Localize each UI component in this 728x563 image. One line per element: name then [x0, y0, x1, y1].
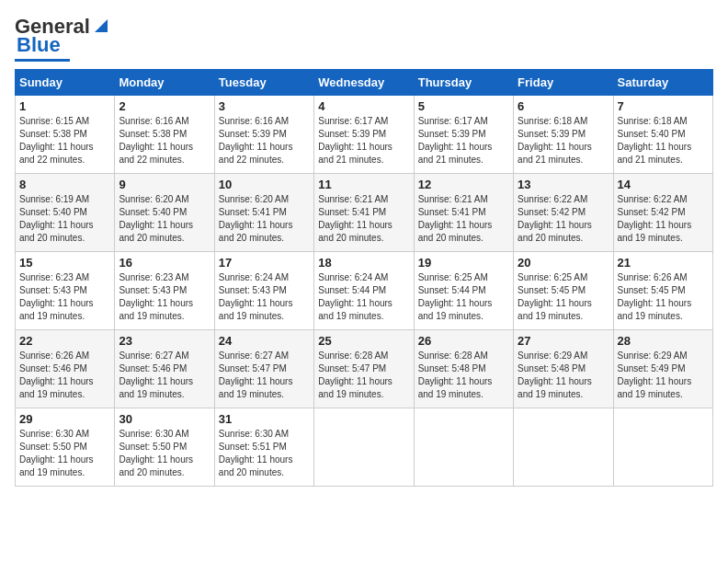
day-info: Sunrise: 6:16 AMSunset: 5:38 PMDaylight:… — [119, 115, 210, 167]
day-info: Sunrise: 6:17 AMSunset: 5:39 PMDaylight:… — [418, 115, 509, 167]
day-info: Sunrise: 6:16 AMSunset: 5:39 PMDaylight:… — [219, 115, 310, 167]
day-info: Sunrise: 6:22 AMSunset: 5:42 PMDaylight:… — [518, 193, 609, 245]
day-number: 28 — [618, 334, 709, 348]
day-cell — [314, 408, 414, 487]
day-info: Sunrise: 6:30 AMSunset: 5:50 PMDaylight:… — [19, 428, 110, 479]
day-cell — [414, 408, 513, 487]
week-row-2: 8Sunrise: 6:19 AMSunset: 5:40 PMDaylight… — [16, 174, 713, 252]
day-cell: 7Sunrise: 6:18 AMSunset: 5:40 PMDaylight… — [613, 96, 712, 174]
day-cell: 13Sunrise: 6:22 AMSunset: 5:42 PMDayligh… — [514, 174, 613, 252]
day-number: 29 — [19, 412, 110, 426]
day-number: 25 — [318, 334, 409, 348]
day-cell: 19Sunrise: 6:25 AMSunset: 5:44 PMDayligh… — [414, 252, 513, 330]
day-cell: 22Sunrise: 6:26 AMSunset: 5:46 PMDayligh… — [16, 330, 115, 408]
day-info: Sunrise: 6:24 AMSunset: 5:44 PMDaylight:… — [318, 271, 409, 323]
day-number: 30 — [119, 412, 210, 426]
day-info: Sunrise: 6:25 AMSunset: 5:45 PMDaylight:… — [518, 271, 609, 323]
day-cell: 6Sunrise: 6:18 AMSunset: 5:39 PMDaylight… — [514, 96, 613, 174]
day-info: Sunrise: 6:18 AMSunset: 5:40 PMDaylight:… — [618, 115, 709, 167]
day-info: Sunrise: 6:27 AMSunset: 5:47 PMDaylight:… — [219, 350, 310, 401]
day-cell: 5Sunrise: 6:17 AMSunset: 5:39 PMDaylight… — [414, 96, 513, 174]
calendar-body: 1Sunrise: 6:15 AMSunset: 5:38 PMDaylight… — [16, 96, 713, 487]
day-number: 16 — [119, 256, 210, 270]
header-friday: Friday — [514, 70, 613, 96]
day-cell: 11Sunrise: 6:21 AMSunset: 5:41 PMDayligh… — [314, 174, 414, 252]
day-number: 13 — [518, 178, 609, 191]
day-cell: 1Sunrise: 6:15 AMSunset: 5:38 PMDaylight… — [16, 96, 115, 174]
day-info: Sunrise: 6:17 AMSunset: 5:39 PMDaylight:… — [318, 115, 409, 167]
day-number: 2 — [119, 99, 210, 113]
page-header: General Blue — [15, 15, 713, 62]
header-saturday: Saturday — [613, 70, 712, 96]
header-monday: Monday — [115, 70, 214, 96]
day-cell: 18Sunrise: 6:24 AMSunset: 5:44 PMDayligh… — [314, 252, 414, 330]
day-cell — [613, 408, 712, 487]
day-info: Sunrise: 6:26 AMSunset: 5:46 PMDaylight:… — [19, 350, 110, 401]
day-info: Sunrise: 6:21 AMSunset: 5:41 PMDaylight:… — [418, 193, 509, 245]
day-number: 7 — [618, 99, 709, 113]
week-row-5: 29Sunrise: 6:30 AMSunset: 5:50 PMDayligh… — [16, 408, 713, 487]
day-info: Sunrise: 6:28 AMSunset: 5:47 PMDaylight:… — [318, 350, 409, 401]
day-cell: 16Sunrise: 6:23 AMSunset: 5:43 PMDayligh… — [115, 252, 214, 330]
day-cell: 27Sunrise: 6:29 AMSunset: 5:48 PMDayligh… — [514, 330, 613, 408]
day-number: 12 — [418, 178, 509, 191]
day-info: Sunrise: 6:23 AMSunset: 5:43 PMDaylight:… — [19, 271, 110, 323]
day-cell: 3Sunrise: 6:16 AMSunset: 5:39 PMDaylight… — [214, 96, 313, 174]
day-cell: 9Sunrise: 6:20 AMSunset: 5:40 PMDaylight… — [115, 174, 214, 252]
day-number: 15 — [19, 256, 110, 270]
day-number: 24 — [219, 334, 310, 348]
logo-underline — [15, 59, 70, 62]
day-info: Sunrise: 6:23 AMSunset: 5:43 PMDaylight:… — [119, 271, 210, 323]
day-cell: 30Sunrise: 6:30 AMSunset: 5:50 PMDayligh… — [115, 408, 214, 487]
day-number: 22 — [19, 334, 110, 348]
day-info: Sunrise: 6:20 AMSunset: 5:40 PMDaylight:… — [119, 193, 210, 245]
day-cell: 8Sunrise: 6:19 AMSunset: 5:40 PMDaylight… — [16, 174, 115, 252]
day-cell: 28Sunrise: 6:29 AMSunset: 5:49 PMDayligh… — [613, 330, 712, 408]
day-number: 17 — [219, 256, 310, 270]
svg-marker-0 — [95, 19, 108, 32]
week-row-3: 15Sunrise: 6:23 AMSunset: 5:43 PMDayligh… — [16, 252, 713, 330]
day-info: Sunrise: 6:28 AMSunset: 5:48 PMDaylight:… — [418, 350, 509, 401]
day-cell: 23Sunrise: 6:27 AMSunset: 5:46 PMDayligh… — [115, 330, 214, 408]
day-info: Sunrise: 6:26 AMSunset: 5:45 PMDaylight:… — [618, 271, 709, 323]
day-cell: 29Sunrise: 6:30 AMSunset: 5:50 PMDayligh… — [16, 408, 115, 487]
day-info: Sunrise: 6:21 AMSunset: 5:41 PMDaylight:… — [318, 193, 409, 245]
day-number: 19 — [418, 256, 509, 270]
header-wednesday: Wednesday — [314, 70, 414, 96]
day-info: Sunrise: 6:18 AMSunset: 5:39 PMDaylight:… — [518, 115, 609, 167]
day-number: 8 — [19, 178, 110, 191]
day-cell: 12Sunrise: 6:21 AMSunset: 5:41 PMDayligh… — [414, 174, 513, 252]
day-number: 4 — [318, 99, 409, 113]
day-number: 26 — [418, 334, 509, 348]
day-number: 21 — [618, 256, 709, 270]
day-info: Sunrise: 6:22 AMSunset: 5:42 PMDaylight:… — [618, 193, 709, 245]
day-number: 27 — [518, 334, 609, 348]
logo-blue: Blue — [17, 33, 61, 57]
day-cell: 25Sunrise: 6:28 AMSunset: 5:47 PMDayligh… — [314, 330, 414, 408]
day-number: 3 — [219, 99, 310, 113]
day-info: Sunrise: 6:20 AMSunset: 5:41 PMDaylight:… — [219, 193, 310, 245]
week-row-1: 1Sunrise: 6:15 AMSunset: 5:38 PMDaylight… — [16, 96, 713, 174]
day-number: 11 — [318, 178, 409, 191]
logo: General Blue — [15, 15, 111, 62]
day-cell: 20Sunrise: 6:25 AMSunset: 5:45 PMDayligh… — [514, 252, 613, 330]
day-cell: 17Sunrise: 6:24 AMSunset: 5:43 PMDayligh… — [214, 252, 313, 330]
day-info: Sunrise: 6:24 AMSunset: 5:43 PMDaylight:… — [219, 271, 310, 323]
week-row-4: 22Sunrise: 6:26 AMSunset: 5:46 PMDayligh… — [16, 330, 713, 408]
day-info: Sunrise: 6:19 AMSunset: 5:40 PMDaylight:… — [19, 193, 110, 245]
day-cell — [514, 408, 613, 487]
day-number: 31 — [219, 412, 310, 426]
day-info: Sunrise: 6:29 AMSunset: 5:48 PMDaylight:… — [518, 350, 609, 401]
day-info: Sunrise: 6:25 AMSunset: 5:44 PMDaylight:… — [418, 271, 509, 323]
day-cell: 10Sunrise: 6:20 AMSunset: 5:41 PMDayligh… — [214, 174, 313, 252]
day-cell: 14Sunrise: 6:22 AMSunset: 5:42 PMDayligh… — [613, 174, 712, 252]
day-cell: 24Sunrise: 6:27 AMSunset: 5:47 PMDayligh… — [214, 330, 313, 408]
day-cell: 21Sunrise: 6:26 AMSunset: 5:45 PMDayligh… — [613, 252, 712, 330]
day-number: 18 — [318, 256, 409, 270]
day-number: 5 — [418, 99, 509, 113]
day-info: Sunrise: 6:30 AMSunset: 5:51 PMDaylight:… — [219, 428, 310, 479]
day-info: Sunrise: 6:27 AMSunset: 5:46 PMDaylight:… — [119, 350, 210, 401]
day-number: 10 — [219, 178, 310, 191]
day-cell: 15Sunrise: 6:23 AMSunset: 5:43 PMDayligh… — [16, 252, 115, 330]
day-number: 9 — [119, 178, 210, 191]
